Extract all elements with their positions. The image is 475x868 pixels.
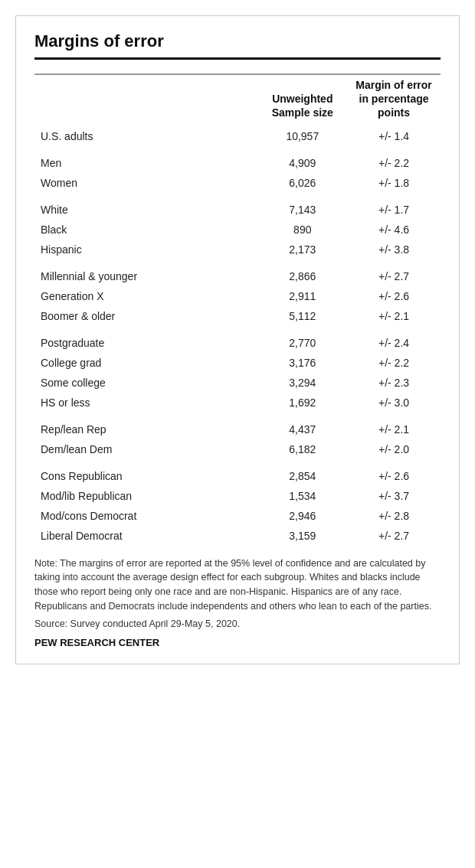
cell-group: Mod/cons Democrat (34, 506, 258, 526)
cell-sample: 2,854 (258, 459, 348, 486)
cell-margin: +/- 3.0 (347, 393, 441, 413)
cell-margin: +/- 2.1 (347, 413, 441, 439)
cell-group: Millennial & younger (34, 259, 258, 286)
table-row: Boomer & older5,112+/- 2.1 (34, 306, 441, 326)
col-header-group (34, 74, 258, 126)
source-text: Source: Survey conducted April 29-May 5,… (34, 618, 441, 629)
cell-group: Some college (34, 373, 258, 393)
main-container: Margins of error Unweighted Sample size … (15, 15, 460, 664)
table-row: Postgraduate2,770+/- 2.4 (34, 326, 441, 353)
branding: PEW RESEARCH CENTER (34, 637, 441, 648)
table-row: Cons Republican2,854+/- 2.6 (34, 459, 441, 486)
cell-sample: 6,182 (258, 439, 348, 459)
cell-margin: +/- 3.8 (347, 240, 441, 259)
table-row: Rep/lean Rep4,437+/- 2.1 (34, 413, 441, 439)
table-row: White7,143+/- 1.7 (34, 193, 441, 220)
cell-sample: 4,437 (258, 413, 348, 439)
cell-margin: +/- 4.6 (347, 220, 441, 240)
cell-sample: 5,112 (258, 306, 348, 326)
cell-margin: +/- 2.7 (347, 526, 441, 546)
cell-sample: 10,957 (258, 126, 348, 146)
cell-margin: +/- 1.4 (347, 126, 441, 146)
table-row: College grad3,176+/- 2.2 (34, 353, 441, 373)
cell-margin: +/- 2.2 (347, 353, 441, 373)
cell-margin: +/- 3.7 (347, 486, 441, 506)
cell-group: HS or less (34, 393, 258, 413)
cell-sample: 3,159 (258, 526, 348, 546)
cell-sample: 1,692 (258, 393, 348, 413)
table-row: Some college3,294+/- 2.3 (34, 373, 441, 393)
cell-group: Generation X (34, 286, 258, 306)
table-row: U.S. adults10,957+/- 1.4 (34, 126, 441, 146)
cell-margin: +/- 2.3 (347, 373, 441, 393)
cell-margin: +/- 2.8 (347, 506, 441, 526)
cell-sample: 1,534 (258, 486, 348, 506)
cell-margin: +/- 2.4 (347, 326, 441, 353)
cell-sample: 2,911 (258, 286, 348, 306)
cell-group: Rep/lean Rep (34, 413, 258, 439)
cell-margin: +/- 2.0 (347, 439, 441, 459)
table-row: Men4,909+/- 2.2 (34, 146, 441, 173)
cell-margin: +/- 2.6 (347, 459, 441, 486)
cell-group: College grad (34, 353, 258, 373)
footnote: Note: The margins of error are reported … (34, 556, 441, 614)
table-row: Millennial & younger2,866+/- 2.7 (34, 259, 441, 286)
cell-group: Liberal Democrat (34, 526, 258, 546)
cell-group: Boomer & older (34, 306, 258, 326)
cell-margin: +/- 2.7 (347, 259, 441, 286)
cell-sample: 3,294 (258, 373, 348, 393)
cell-sample: 2,173 (258, 240, 348, 259)
cell-margin: +/- 2.1 (347, 306, 441, 326)
table-row: Mod/cons Democrat2,946+/- 2.8 (34, 506, 441, 526)
cell-group: Mod/lib Republican (34, 486, 258, 506)
cell-sample: 2,866 (258, 259, 348, 286)
cell-group: Black (34, 220, 258, 240)
table-row: Dem/lean Dem6,182+/- 2.0 (34, 439, 441, 459)
cell-sample: 2,770 (258, 326, 348, 353)
table-row: Mod/lib Republican1,534+/- 3.7 (34, 486, 441, 506)
table-row: Hispanic2,173+/- 3.8 (34, 240, 441, 259)
cell-group: Postgraduate (34, 326, 258, 353)
cell-margin: +/- 1.7 (347, 193, 441, 220)
cell-margin: +/- 1.8 (347, 173, 441, 193)
cell-group: Cons Republican (34, 459, 258, 486)
table-row: Generation X2,911+/- 2.6 (34, 286, 441, 306)
table-row: HS or less1,692+/- 3.0 (34, 393, 441, 413)
table-row: Black890+/- 4.6 (34, 220, 441, 240)
table-row: Women6,026+/- 1.8 (34, 173, 441, 193)
col-header-margin: Margin of error in percentage points (347, 74, 441, 126)
cell-group: U.S. adults (34, 126, 258, 146)
cell-group: Hispanic (34, 240, 258, 259)
cell-margin: +/- 2.6 (347, 286, 441, 306)
cell-group: Women (34, 173, 258, 193)
cell-sample: 2,946 (258, 506, 348, 526)
cell-margin: +/- 2.2 (347, 146, 441, 173)
col-header-sample: Unweighted Sample size (258, 74, 348, 126)
cell-sample: 890 (258, 220, 348, 240)
cell-group: White (34, 193, 258, 220)
cell-sample: 6,026 (258, 173, 348, 193)
cell-sample: 3,176 (258, 353, 348, 373)
table-row: Liberal Democrat3,159+/- 2.7 (34, 526, 441, 546)
cell-sample: 4,909 (258, 146, 348, 173)
cell-group: Men (34, 146, 258, 173)
cell-group: Dem/lean Dem (34, 439, 258, 459)
cell-sample: 7,143 (258, 193, 348, 220)
page-title: Margins of error (34, 31, 441, 60)
margins-table: Unweighted Sample size Margin of error i… (34, 73, 441, 546)
